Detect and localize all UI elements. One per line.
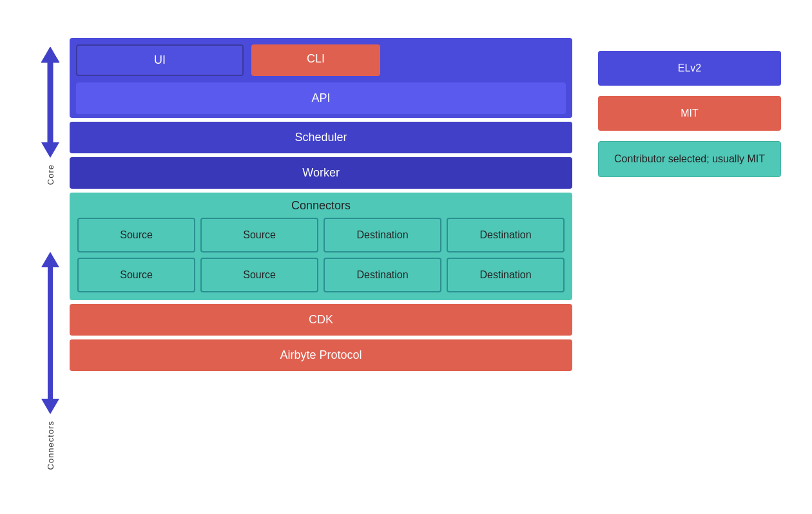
ui-block: UI [76, 44, 244, 76]
connectors-label: Connectors [46, 421, 55, 470]
connector-destination-3: Destination [324, 258, 441, 292]
connectors-outer-block: Connectors Source Source Destination Des… [70, 193, 572, 300]
connector-source-1: Source [77, 218, 195, 252]
worker-block: Worker [70, 157, 572, 189]
ui-api-block: UI CLI API [70, 38, 572, 118]
svg-marker-2 [41, 62, 59, 158]
core-label: Core [46, 164, 55, 185]
diagram-area: Core Connectors UI CLI [31, 38, 572, 476]
legend-contributor: Contributor selected; usually MIT [598, 141, 781, 177]
svg-marker-4 [41, 267, 59, 414]
connectors-arrow-icon [39, 249, 62, 417]
connectors-arrow-group: Connectors [39, 249, 62, 470]
core-arrow-icon [39, 44, 62, 160]
connector-destination-1: Destination [324, 218, 441, 252]
cli-block: CLI [251, 44, 380, 76]
scheduler-block: Scheduler [70, 122, 572, 153]
core-arrow-group: Core [39, 44, 62, 185]
connector-destination-2: Destination [447, 218, 565, 252]
cdk-block: CDK [70, 304, 572, 336]
page-container: Core Connectors UI CLI [5, 25, 807, 489]
legend-mit: MIT [598, 96, 781, 131]
ui-cli-row: UI CLI [76, 44, 566, 76]
connector-source-2: Source [200, 218, 318, 252]
airbyte-protocol-block: Airbyte Protocol [70, 339, 572, 371]
connector-destination-4: Destination [447, 258, 565, 292]
connectors-title: Connectors [77, 199, 565, 213]
blocks-column: UI CLI API Scheduler Worker [70, 38, 572, 371]
api-block: API [76, 82, 566, 114]
legend: ELv2 MIT Contributor selected; usually M… [598, 51, 781, 177]
arrows-column: Core Connectors [31, 38, 70, 476]
connectors-grid: Source Source Destination Destination So… [77, 218, 565, 292]
connector-source-4: Source [200, 258, 318, 292]
legend-elv2: ELv2 [598, 51, 781, 86]
connector-source-3: Source [77, 258, 195, 292]
